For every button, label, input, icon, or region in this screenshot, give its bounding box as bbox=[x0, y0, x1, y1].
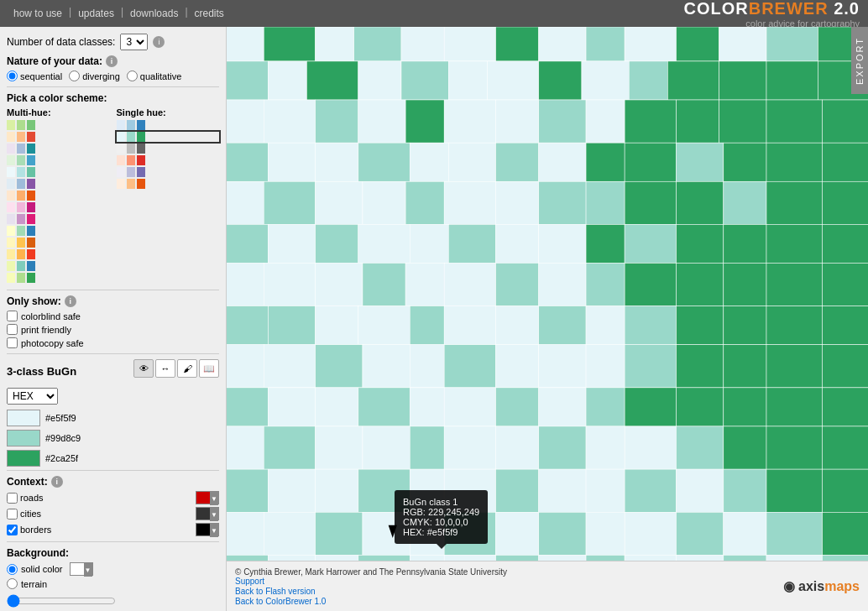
nature-qualitative[interactable]: qualitative bbox=[127, 70, 182, 81]
solid-color-label[interactable]: solid color bbox=[7, 564, 63, 575]
cities-color-picker[interactable]: ▼ bbox=[196, 507, 219, 520]
brand-name: COLORBREWER 2.0 bbox=[684, 0, 860, 18]
paint-icon-btn[interactable]: 🖌 bbox=[177, 359, 197, 378]
svg-rect-149 bbox=[586, 426, 625, 469]
photocopy-label[interactable]: photocopy safe bbox=[7, 337, 219, 348]
view-icon-btn[interactable]: 👁 bbox=[133, 359, 154, 378]
svg-rect-159 bbox=[410, 469, 444, 512]
svg-rect-101 bbox=[316, 306, 358, 345]
terrain-label[interactable]: terrain bbox=[7, 578, 47, 589]
transparency-slider[interactable] bbox=[7, 594, 116, 608]
swatch-row[interactable] bbox=[7, 214, 110, 224]
nature-info-icon[interactable]: i bbox=[106, 55, 118, 67]
swatch-row-bugn[interactable] bbox=[117, 132, 220, 142]
svg-rect-13 bbox=[766, 27, 818, 61]
counties[interactable] bbox=[227, 27, 868, 611]
colorblind-label[interactable]: colorblind safe bbox=[7, 311, 219, 321]
svg-rect-139 bbox=[766, 388, 823, 426]
svg-rect-178 bbox=[625, 512, 676, 555]
swatch-row[interactable] bbox=[7, 249, 110, 259]
nav-updates[interactable]: updates bbox=[73, 6, 119, 21]
swatch bbox=[27, 249, 35, 259]
svg-rect-67 bbox=[677, 181, 724, 224]
book-icon-btn[interactable]: 📖 bbox=[199, 359, 219, 378]
borders-color-arrow[interactable]: ▼ bbox=[210, 524, 218, 537]
format-select[interactable]: HEXRGBCMYK bbox=[7, 388, 58, 405]
swatch-row[interactable] bbox=[117, 120, 220, 130]
nature-sequential[interactable]: sequential bbox=[7, 70, 62, 81]
cities-checkbox[interactable] bbox=[7, 509, 18, 520]
svg-rect-123 bbox=[677, 345, 724, 388]
svg-rect-181 bbox=[766, 512, 823, 555]
swatch-row[interactable] bbox=[7, 273, 110, 283]
map-background[interactable]: EXPORT BuGn class 1 RGB: 229,245,249 CMY… bbox=[227, 27, 868, 611]
svg-rect-56 bbox=[823, 143, 868, 181]
svg-rect-95 bbox=[677, 263, 724, 306]
map-area[interactable]: EXPORT BuGn class 1 RGB: 229,245,249 CMY… bbox=[227, 27, 868, 611]
solid-radio[interactable] bbox=[7, 564, 18, 575]
swatch-row[interactable] bbox=[117, 179, 220, 189]
print-label[interactable]: print friendly bbox=[7, 324, 219, 335]
swatch bbox=[17, 249, 25, 259]
swatch-row[interactable] bbox=[7, 238, 110, 248]
svg-rect-100 bbox=[268, 306, 315, 345]
color-hex-1: #e5f5f9 bbox=[45, 413, 76, 423]
roads-color-arrow[interactable]: ▼ bbox=[210, 492, 218, 505]
swatch-row[interactable] bbox=[7, 226, 110, 236]
nav-how-to-use[interactable]: how to use bbox=[8, 6, 67, 21]
color-hex-3: #2ca25f bbox=[45, 453, 78, 463]
colorblind-checkbox[interactable] bbox=[7, 311, 18, 321]
nav-links: how to use | updates | downloads | credi… bbox=[8, 6, 229, 21]
swatch-row[interactable] bbox=[7, 191, 110, 201]
swatch-row[interactable] bbox=[7, 155, 110, 165]
swatch-row[interactable] bbox=[117, 167, 220, 177]
flash-link[interactable]: Back to Flash version bbox=[235, 587, 507, 596]
nature-section: Nature of your data: i sequential diverg… bbox=[7, 55, 219, 81]
photocopy-checkbox[interactable] bbox=[7, 337, 18, 348]
swatch-row[interactable] bbox=[7, 261, 110, 271]
svg-rect-86 bbox=[264, 263, 315, 306]
swatch-row[interactable] bbox=[7, 167, 110, 177]
context-info-icon[interactable]: i bbox=[51, 476, 63, 488]
borders-label[interactable]: borders bbox=[7, 525, 191, 535]
only-show-info-icon[interactable]: i bbox=[65, 295, 76, 307]
svg-rect-168 bbox=[823, 469, 868, 512]
data-classes-info-icon[interactable]: i bbox=[153, 36, 165, 48]
bg-color-picker[interactable]: ▼ bbox=[70, 562, 93, 576]
swatch-row[interactable] bbox=[7, 202, 110, 212]
svg-rect-48 bbox=[448, 143, 495, 181]
export-button[interactable]: EXPORT bbox=[851, 27, 868, 94]
borders-checkbox[interactable] bbox=[7, 525, 18, 535]
swatch-row[interactable] bbox=[7, 179, 110, 189]
bg-color-arrow[interactable]: ▼ bbox=[84, 563, 92, 577]
terrain-radio[interactable] bbox=[7, 578, 18, 589]
svg-rect-3 bbox=[316, 27, 354, 61]
svg-rect-173 bbox=[410, 512, 444, 555]
svg-rect-15 bbox=[227, 61, 268, 100]
nav-credits[interactable]: credits bbox=[190, 6, 229, 21]
borders-color-picker[interactable]: ▼ bbox=[196, 523, 219, 536]
map-svg[interactable] bbox=[227, 27, 868, 611]
swatch-row[interactable] bbox=[117, 155, 220, 165]
swatch bbox=[117, 132, 125, 142]
nature-diverging[interactable]: diverging bbox=[69, 70, 120, 81]
swatch-row[interactable] bbox=[7, 120, 110, 130]
roads-color-picker[interactable]: ▼ bbox=[196, 491, 219, 504]
print-checkbox[interactable] bbox=[7, 324, 18, 335]
swatch-row[interactable] bbox=[117, 144, 220, 154]
cities-label[interactable]: cities bbox=[7, 509, 191, 520]
arrows-icon-btn[interactable]: ↔ bbox=[155, 359, 175, 378]
nav-downloads[interactable]: downloads bbox=[125, 6, 183, 21]
swatch-row[interactable] bbox=[7, 132, 110, 142]
svg-rect-52 bbox=[625, 143, 676, 181]
roads-label[interactable]: roads bbox=[7, 493, 191, 504]
support-link[interactable]: Support bbox=[235, 577, 507, 586]
data-classes-select[interactable]: 3456789 bbox=[120, 34, 148, 50]
v1-link[interactable]: Back to ColorBrewer 1.0 bbox=[235, 597, 507, 606]
swatch bbox=[7, 132, 15, 142]
svg-rect-75 bbox=[410, 224, 448, 263]
roads-checkbox[interactable] bbox=[7, 493, 18, 504]
svg-rect-160 bbox=[444, 469, 495, 512]
cities-color-arrow[interactable]: ▼ bbox=[210, 508, 218, 521]
swatch-row[interactable] bbox=[7, 144, 110, 154]
